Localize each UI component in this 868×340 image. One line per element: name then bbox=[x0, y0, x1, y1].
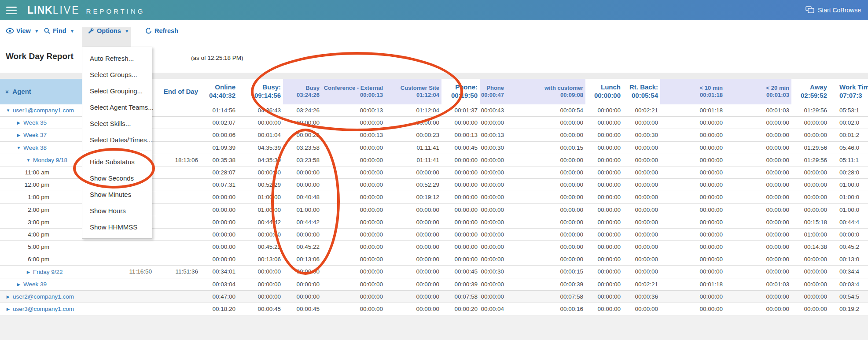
find-button[interactable]: Find▾ bbox=[44, 27, 75, 34]
column-header-rt_back[interactable]: Rt. Back:00:05:54 bbox=[623, 79, 660, 104]
column-header-busy_total[interactable]: Busy:09:14:56 bbox=[238, 79, 283, 104]
expand-caret-icon[interactable]: ▶ bbox=[5, 294, 11, 299]
cell-phone_sub: 00:00:00 bbox=[480, 229, 506, 240]
column-header-label: Phone bbox=[486, 85, 504, 92]
column-header-total: 00:19:50 bbox=[451, 92, 478, 100]
tree-label[interactable]: Week 37 bbox=[23, 132, 47, 138]
cell-phone_sub: 00:00:30 bbox=[480, 266, 506, 277]
cell-start_of_day bbox=[125, 253, 154, 265]
view-button[interactable]: View▾ bbox=[6, 27, 40, 34]
tree-label[interactable]: Week 38 bbox=[23, 144, 47, 151]
page-title: Work Day Report bbox=[6, 52, 74, 61]
cell-phone_sub: 00:00:00 bbox=[480, 191, 506, 203]
cell-lt_20_min: 00:01:03 bbox=[725, 104, 791, 116]
expand-caret-icon[interactable]: ▶ bbox=[16, 120, 22, 125]
column-header-online[interactable]: Online04:40:32 bbox=[200, 79, 238, 104]
cell-lunch: 00:00:00 bbox=[585, 291, 623, 303]
menu-item-show-minutes[interactable]: Show Minutes bbox=[82, 186, 152, 203]
expand-caret-icon[interactable]: ▶ bbox=[16, 282, 22, 287]
expand-caret-icon[interactable]: ▶ bbox=[16, 133, 22, 137]
options-button[interactable]: Options▾ bbox=[88, 27, 130, 34]
cell-lt_10_min: 00:00:00 bbox=[660, 166, 725, 178]
cell-with_customer: 00:00:00 bbox=[506, 229, 585, 240]
tree-label[interactable]: user2@company1.com bbox=[13, 293, 74, 300]
cell-conference_external: 00:00:00 bbox=[322, 241, 385, 253]
tree-label[interactable]: Week 35 bbox=[23, 119, 47, 126]
cell-online: 00:28:07 bbox=[200, 166, 238, 178]
tree-label[interactable]: user3@company1.com bbox=[13, 306, 74, 312]
expand-caret-icon[interactable]: ▶ bbox=[5, 307, 11, 311]
cell-busy_total: 04:36:43 bbox=[238, 104, 283, 116]
hamburger-menu-icon[interactable] bbox=[6, 7, 17, 14]
cell-away: 00:00:00 bbox=[791, 179, 829, 191]
cell-end_of_day bbox=[154, 229, 200, 240]
collapse-caret-icon[interactable]: ▼ bbox=[16, 145, 22, 150]
cell-phone_total: 00:00:00 bbox=[441, 241, 480, 253]
cell-phone_total: 00:00:00 bbox=[441, 253, 480, 265]
cell-lt_20_min: 00:00:00 bbox=[725, 191, 791, 203]
collapse-caret-icon[interactable]: ▼ bbox=[5, 108, 11, 113]
menu-item-select-dates-times[interactable]: Select Dates/Times... bbox=[82, 132, 152, 148]
menu-item-select-skills[interactable]: Select Skills... bbox=[82, 115, 152, 132]
column-header-conference_external[interactable]: Conference - External00:00:13 bbox=[322, 79, 385, 104]
menu-item-show-hhmmss[interactable]: Show HHMMSS bbox=[82, 219, 152, 235]
column-header-busy_sub[interactable]: Busy03:24:26 bbox=[283, 79, 322, 104]
menu-item-select-grouping[interactable]: Select Grouping... bbox=[82, 83, 152, 99]
tree-label[interactable]: Friday 9/22 bbox=[33, 269, 63, 275]
tree-label[interactable]: Week 39 bbox=[23, 281, 47, 288]
cell-with_customer: 00:00:16 bbox=[506, 303, 585, 315]
hour-row-label: 11:00 am bbox=[0, 169, 49, 176]
column-header-phone_total[interactable]: Phone:00:19:50 bbox=[441, 79, 480, 104]
column-header-phone_sub[interactable]: Phone00:00:47 bbox=[480, 79, 506, 104]
menu-item-auto-refresh[interactable]: Auto Refresh... bbox=[82, 50, 152, 67]
column-header-with_customer[interactable]: with customer00:09:08 bbox=[506, 79, 585, 104]
menu-item-hide-substatus[interactable]: Hide Substatus bbox=[82, 154, 152, 170]
cell-conference_external: 00:00:00 bbox=[322, 278, 385, 290]
cell-busy_sub: 00:00:00 bbox=[283, 229, 322, 240]
cell-rt_back: 00:00:00 bbox=[623, 241, 660, 253]
column-header-total: 09:14:56 bbox=[254, 92, 281, 100]
cell-lt_20_min: 00:00:00 bbox=[725, 142, 791, 154]
cell-phone_sub: 00:00:00 bbox=[480, 278, 506, 290]
cell-lt_10_min: 00:00:00 bbox=[660, 179, 725, 191]
cell-customer_site: 00:00:00 bbox=[385, 204, 441, 216]
cell-with_customer: 00:00:00 bbox=[506, 179, 585, 191]
cell-online: 01:09:39 bbox=[200, 142, 238, 154]
column-header-lunch[interactable]: Lunch00:00:00 bbox=[585, 79, 623, 104]
expand-caret-icon[interactable]: ▶ bbox=[26, 270, 31, 274]
cell-phone_sub: 00:00:04 bbox=[480, 303, 506, 315]
column-header-customer_site[interactable]: Customer Site01:12:04 bbox=[385, 79, 441, 104]
chevron-down-icon: ▾ bbox=[70, 28, 75, 34]
column-header-lt_10_min[interactable]: < 10 min00:01:18 bbox=[660, 79, 725, 104]
column-header-work_time[interactable]: Work Tim07:07:3 bbox=[829, 79, 868, 104]
refresh-button[interactable]: Refresh bbox=[145, 27, 178, 34]
cell-busy_total: 01:00:00 bbox=[238, 191, 283, 203]
cell-busy_sub: 03:23:58 bbox=[283, 142, 322, 154]
start-cobrowse-button[interactable]: Start CoBrowse bbox=[805, 0, 861, 20]
cell-lunch: 00:00:00 bbox=[585, 204, 623, 216]
tree-label[interactable]: user1@company1.com bbox=[13, 107, 74, 114]
column-header-total: 02:59:52 bbox=[801, 92, 827, 100]
cobrowse-label: Start CoBrowse bbox=[818, 7, 861, 14]
menu-item-select-agent-teams[interactable]: Select Agent Teams... bbox=[82, 99, 152, 115]
cell-lt_10_min: 00:00:00 bbox=[660, 291, 725, 303]
menu-item-select-groups[interactable]: Select Groups... bbox=[82, 67, 152, 83]
cell-work_time: 00:03:4 bbox=[829, 278, 868, 290]
report-as-of-timestamp: (as of 12:25:18 PM) bbox=[191, 55, 243, 61]
cell-end_of_day bbox=[154, 104, 200, 116]
cell-rt_back: 00:00:00 bbox=[623, 179, 660, 191]
column-header-lt_20_min[interactable]: < 20 min00:01:03 bbox=[725, 79, 791, 104]
menu-item-show-hours[interactable]: Show Hours bbox=[82, 203, 152, 219]
tree-label[interactable]: Monday 9/18 bbox=[33, 157, 67, 163]
collapse-caret-icon[interactable]: ▼ bbox=[26, 158, 31, 163]
table-row: ▶user3@company1.com00:18:2000:00:4500:00… bbox=[0, 303, 868, 315]
cell-online: 00:00:00 bbox=[200, 191, 238, 203]
cell-conference_external: 00:00:13 bbox=[322, 104, 385, 116]
column-header-total: 01:12:04 bbox=[416, 92, 439, 99]
column-header-away[interactable]: Away02:59:52 bbox=[791, 79, 829, 104]
column-header-end_of_day[interactable]: End of Day bbox=[154, 79, 200, 104]
cell-work_time: 00:00:0 bbox=[829, 229, 868, 240]
cell-lt_10_min: 00:00:00 bbox=[660, 241, 725, 253]
menu-item-show-seconds[interactable]: Show Seconds bbox=[82, 170, 152, 186]
cell-busy_sub: 00:00:45 bbox=[283, 303, 322, 315]
